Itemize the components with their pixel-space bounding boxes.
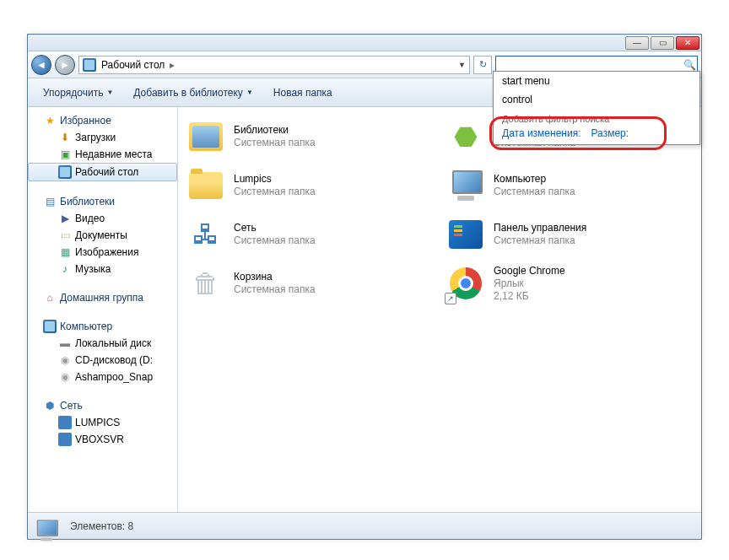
item-libraries[interactable]: Библиотеки Системная папка	[183, 114, 436, 159]
maximize-button[interactable]: ▭	[651, 36, 674, 50]
address-bar[interactable]: Рабочий стол ▸ ▼	[78, 56, 470, 74]
recycle-bin-icon: 🗑	[186, 264, 225, 303]
item-label: Загрузки	[75, 132, 116, 143]
item-name: Сеть	[234, 222, 316, 234]
network-label: Сеть	[60, 400, 83, 412]
item-name: Корзина	[234, 271, 316, 283]
chevron-down-icon: ▼	[106, 89, 113, 96]
close-button[interactable]: ✕	[676, 36, 699, 50]
cd-icon: ◉	[58, 370, 72, 384]
desktop-icon	[58, 165, 72, 179]
folder-icon	[189, 172, 223, 199]
body: ★ Избранное ⬇ Загрузки ▣ Недавние места …	[28, 107, 701, 512]
item-label: Музыка	[75, 263, 111, 275]
computer-icon	[449, 170, 483, 201]
item-type: Ярлык	[494, 277, 565, 290]
new-folder-label: Новая папка	[273, 87, 332, 99]
search-icon[interactable]: 🔍	[682, 57, 697, 73]
item-label: Изображения	[75, 246, 138, 258]
item-type: Системная папка	[494, 234, 586, 247]
item-label: CD-дисковод (D:	[75, 354, 153, 366]
group-libraries: ▤ Библиотеки ▶ Видео ▭ Документы ▦ Изобр…	[28, 193, 177, 277]
computer-icon	[43, 320, 57, 333]
filter-size[interactable]: Размер:	[591, 127, 629, 139]
item-label: Рабочий стол	[75, 166, 138, 178]
computer-label: Компьютер	[60, 320, 112, 332]
computer-header[interactable]: Компьютер	[28, 318, 177, 335]
favorites-header[interactable]: ★ Избранное	[28, 112, 177, 129]
homegroup-icon: ⬣	[446, 117, 485, 156]
sidebar-item-pictures[interactable]: ▦ Изображения	[28, 244, 177, 261]
organize-label: Упорядочить	[43, 87, 103, 99]
sidebar-item-downloads[interactable]: ⬇ Загрузки	[28, 129, 177, 146]
item-label: LUMPICS	[75, 417, 120, 428]
item-control-panel[interactable]: Панель управления Системная папка	[443, 212, 696, 257]
location-icon	[83, 58, 96, 72]
group-homegroup: ⌂ Домашняя группа	[28, 289, 177, 306]
item-chrome[interactable]: ↗ Google Chrome Ярлык 2,12 КБ	[443, 261, 696, 306]
item-count: Элементов: 8	[70, 520, 133, 532]
homegroup-header[interactable]: ⌂ Домашняя группа	[28, 289, 177, 306]
back-button[interactable]: ◄	[31, 55, 51, 75]
add-library-label: Добавить в библиотеку	[133, 87, 243, 99]
item-name: Библиотеки	[234, 124, 316, 137]
search-history-item[interactable]: start menu	[494, 72, 699, 90]
item-type: Системная папка	[234, 234, 316, 247]
libraries-label: Библиотеки	[60, 196, 115, 207]
content-pane[interactable]: Библиотеки Системная папка ⬣ Домашняя гр…	[178, 107, 701, 512]
forward-button[interactable]: ►	[55, 55, 75, 75]
item-name: Lumpics	[234, 173, 316, 186]
filter-date-modified[interactable]: Дата изменения:	[502, 127, 581, 139]
sidebar-item-lumpics-pc[interactable]: LUMPICS	[28, 414, 177, 431]
recent-icon: ▣	[58, 148, 72, 161]
dropdown-icon[interactable]: ▼	[458, 61, 466, 69]
network-icon: ⬢	[43, 399, 57, 412]
sidebar-item-cddrive[interactable]: ◉ CD-дисковод (D:	[28, 352, 177, 369]
item-name: Google Chrome	[494, 265, 565, 277]
sidebar-item-recent[interactable]: ▣ Недавние места	[28, 146, 177, 163]
sidebar-item-vboxsvr[interactable]: VBOXSVR	[28, 431, 177, 448]
item-label: Видео	[75, 213, 105, 224]
pc-icon	[58, 433, 72, 446]
sidebar-item-documents[interactable]: ▭ Документы	[28, 227, 177, 244]
homegroup-label: Домашняя группа	[60, 292, 143, 304]
add-to-library-button[interactable]: Добавить в библиотеку ▼	[125, 83, 261, 102]
minimize-button[interactable]: —	[625, 36, 649, 50]
music-icon: ♪	[58, 262, 72, 276]
cd-icon: ◉	[58, 353, 72, 367]
refresh-button[interactable]: ↻	[473, 56, 492, 74]
item-name: Компьютер	[494, 173, 575, 186]
group-computer: Компьютер ▬ Локальный диск ◉ CD-дисковод…	[28, 318, 177, 385]
item-type: Системная папка	[494, 186, 575, 198]
item-type: Системная папка	[234, 137, 316, 149]
pc-icon	[58, 416, 72, 429]
item-label: Ashampoo_Snap	[75, 371, 153, 383]
sidebar-item-desktop[interactable]: Рабочий стол	[28, 163, 177, 181]
libraries-header[interactable]: ▤ Библиотеки	[28, 193, 177, 210]
sidebar-item-ashampoo[interactable]: ◉ Ashampoo_Snap	[28, 369, 177, 385]
item-recycle-bin[interactable]: 🗑 Корзина Системная папка	[183, 261, 436, 306]
item-computer[interactable]: Компьютер Системная папка	[443, 163, 696, 208]
libraries-icon	[189, 122, 223, 151]
search-history-item[interactable]: control	[494, 90, 699, 109]
shortcut-overlay-icon: ↗	[445, 293, 456, 304]
item-type: Системная папка	[234, 283, 316, 296]
item-network[interactable]: 🖧 Сеть Системная папка	[183, 212, 436, 257]
nav-pane[interactable]: ★ Избранное ⬇ Загрузки ▣ Недавние места …	[28, 107, 178, 512]
sidebar-item-localdisk[interactable]: ▬ Локальный диск	[28, 335, 177, 352]
network-header[interactable]: ⬢ Сеть	[28, 397, 177, 414]
organize-button[interactable]: Упорядочить ▼	[35, 83, 122, 102]
new-folder-button[interactable]: Новая папка	[265, 83, 341, 102]
sidebar-item-videos[interactable]: ▶ Видео	[28, 210, 177, 227]
group-favorites: ★ Избранное ⬇ Загрузки ▣ Недавние места …	[28, 112, 177, 181]
sidebar-item-music[interactable]: ♪ Музыка	[28, 261, 177, 277]
search-input[interactable]	[496, 59, 682, 71]
breadcrumb-sep-icon[interactable]: ▸	[170, 59, 175, 71]
location-text: Рабочий стол	[101, 59, 165, 71]
item-label: Локальный диск	[75, 337, 151, 349]
item-lumpics[interactable]: Lumpics Системная папка	[183, 163, 436, 208]
item-name: Панель управления	[494, 222, 586, 234]
document-icon: ▭	[58, 229, 72, 242]
video-icon: ▶	[58, 212, 72, 225]
drive-icon: ▬	[58, 337, 72, 350]
